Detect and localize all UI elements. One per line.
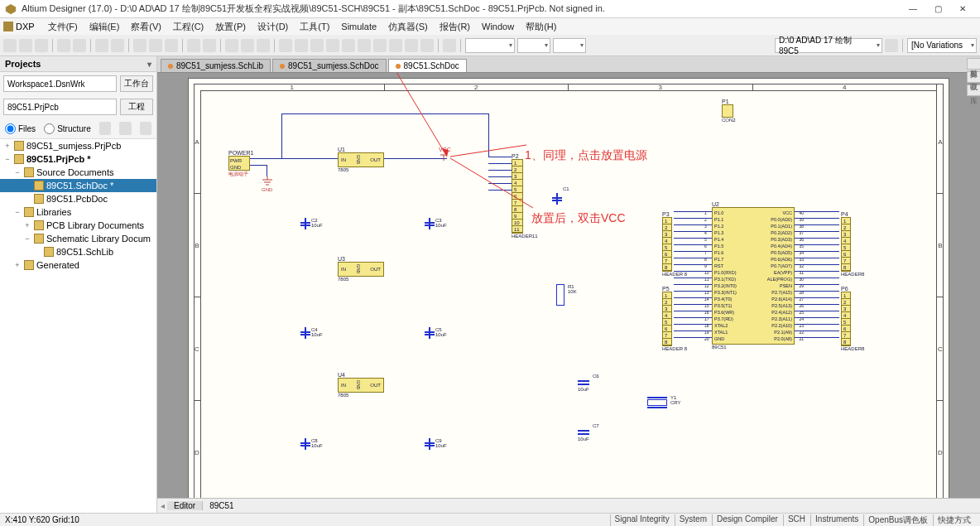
p6[interactable]: P6 12345678 HEADER8 xyxy=(841,286,864,351)
tb-sheet-icon[interactable] xyxy=(373,39,387,52)
c5[interactable]: C510uF xyxy=(429,327,430,339)
tb-cut-icon[interactable] xyxy=(133,39,147,52)
document-tab[interactable]: 89C51_sumjess.SchDoc xyxy=(272,59,387,72)
tb-combo-2[interactable] xyxy=(517,38,550,53)
schematic-viewport[interactable]: 1234 ABCD ABCD POWER1 PWRGND 电源端子 xyxy=(157,73,980,498)
status-item[interactable]: 快捷方式 xyxy=(933,514,975,526)
workspace-button[interactable]: 工作台 xyxy=(120,75,153,92)
files-radio[interactable]: Files xyxy=(5,123,36,134)
menu-report[interactable]: 报告(R) xyxy=(435,19,475,35)
tb-redo-icon[interactable] xyxy=(203,39,216,52)
tb-port-icon[interactable] xyxy=(389,39,402,52)
tb-gnd-icon[interactable] xyxy=(326,39,339,52)
tb-preview-icon[interactable] xyxy=(73,39,86,52)
status-item[interactable]: OpenBus调色板 xyxy=(863,514,932,526)
maximize-button[interactable]: ▢ xyxy=(925,1,950,17)
y1[interactable]: Y1CRY xyxy=(647,397,667,408)
panel-dropdown-icon[interactable]: ▾ xyxy=(147,60,151,69)
project-button[interactable]: 工程 xyxy=(120,99,153,115)
tree-item[interactable]: −Schematic Library Docum xyxy=(0,232,156,245)
tree-item[interactable]: −Source Documents xyxy=(0,166,156,179)
u1[interactable]: U1 INGNDOUT 7805 xyxy=(338,147,384,172)
menu-window[interactable]: Window xyxy=(477,20,519,33)
p5[interactable]: P5 12345678 HEADER 8 xyxy=(662,286,687,351)
project-tree[interactable]: +89C51_sumjess.PrjPcb−89C51.PrjPcb *−Sou… xyxy=(0,139,156,513)
close-button[interactable]: ✕ xyxy=(950,1,975,17)
tree-item[interactable]: −Libraries xyxy=(0,205,156,219)
u2[interactable]: U2 P1.01P1.12P1.23P1.34P1.45P1.56P1.67P1… xyxy=(712,201,795,350)
tb-pathbtn-icon[interactable] xyxy=(885,39,898,52)
document-tab[interactable]: 89C51.SchDoc xyxy=(388,59,467,72)
c9[interactable]: C910uF xyxy=(429,438,430,450)
menu-edit[interactable]: 编辑(E) xyxy=(84,19,125,35)
workspace-combo[interactable] xyxy=(3,75,117,92)
editor-doc[interactable]: 89C51 xyxy=(203,501,240,510)
tree-item[interactable]: +89C51_sumjess.PrjPcb xyxy=(0,139,156,152)
menu-simulate[interactable]: Simulate xyxy=(336,20,382,33)
tb-new-icon[interactable] xyxy=(3,39,17,52)
menu-design[interactable]: 设计(D) xyxy=(252,19,293,35)
tb-align-icon[interactable] xyxy=(257,39,270,52)
refresh-icon[interactable] xyxy=(99,122,111,135)
tree-item[interactable]: 89C51.SchLib xyxy=(0,245,156,258)
tb-part-icon[interactable] xyxy=(358,39,371,52)
tb-copy-icon[interactable] xyxy=(149,39,162,52)
tb-wire-icon[interactable] xyxy=(279,39,292,52)
folder-icon[interactable] xyxy=(119,122,131,135)
tree-item[interactable]: 89C51.SchDoc * xyxy=(0,179,156,192)
menu-place[interactable]: 放置(P) xyxy=(210,19,251,35)
status-item[interactable]: Instruments xyxy=(810,514,862,526)
tb-net-icon[interactable] xyxy=(310,39,324,52)
tb-zoomfit-icon[interactable] xyxy=(111,39,124,52)
tree-item[interactable]: 89C51.PcbDoc xyxy=(0,192,156,205)
tree-item[interactable]: +Generated xyxy=(0,258,156,272)
tree-item[interactable]: −89C51.PrjPcb * xyxy=(0,152,156,166)
tb-noerc-icon[interactable] xyxy=(405,39,418,52)
status-item[interactable]: Signal Integrity xyxy=(610,514,674,526)
editor-tab[interactable]: Editor xyxy=(167,501,203,510)
gnd-symbol[interactable]: GND xyxy=(262,176,273,192)
menu-project[interactable]: 工程(C) xyxy=(168,19,209,35)
tb-combo-3[interactable] xyxy=(553,38,586,53)
menu-help[interactable]: 帮助(H) xyxy=(521,19,561,35)
minimize-button[interactable]: — xyxy=(901,1,925,17)
c2[interactable]: C210uF xyxy=(305,218,306,229)
tb-open-icon[interactable] xyxy=(19,39,32,52)
tree-item[interactable]: +PCB Library Documents xyxy=(0,219,156,232)
side-favorites[interactable]: 收藏 xyxy=(967,71,980,83)
vcc-symbol[interactable]: VCC xyxy=(439,147,451,162)
tb-path-combo[interactable]: D:\0 AD\AD 17 绘制89C5 xyxy=(775,38,882,53)
tb-move-icon[interactable] xyxy=(241,39,254,52)
tb-variations-combo[interactable]: [No Variations xyxy=(907,38,977,53)
side-clipboard[interactable]: 剪贴板 xyxy=(967,58,980,70)
tb-combo-1[interactable] xyxy=(465,38,515,53)
tb-power-icon[interactable] xyxy=(342,39,355,52)
tb-save-icon[interactable] xyxy=(35,39,48,52)
u4[interactable]: U4 INGNDOUT 7805 xyxy=(338,372,384,398)
menu-file[interactable]: 文件(F) xyxy=(43,19,83,35)
tb-paste-icon[interactable] xyxy=(165,39,178,52)
tb-cross-icon[interactable] xyxy=(420,39,434,52)
side-library[interactable]: 库 xyxy=(967,84,980,96)
tb-undo-icon[interactable] xyxy=(187,39,200,52)
c6[interactable]: C610uF xyxy=(578,380,589,392)
document-tab[interactable]: 89C51_sumjess.SchLib xyxy=(161,59,271,72)
status-item[interactable]: System xyxy=(675,514,711,526)
search-icon[interactable] xyxy=(140,122,151,135)
c1[interactable]: C1 xyxy=(556,193,558,205)
tb-print-icon[interactable] xyxy=(57,39,70,52)
project-field[interactable] xyxy=(3,99,117,115)
tb-pen-icon[interactable] xyxy=(443,39,456,52)
u3[interactable]: U3 INGNDOUT 7805 xyxy=(338,256,384,282)
tb-zoom-icon[interactable] xyxy=(95,39,108,52)
tb-bus-icon[interactable] xyxy=(295,39,308,52)
menu-tools[interactable]: 工具(T) xyxy=(295,19,334,35)
p4[interactable]: P4 12345678 HEADER8 xyxy=(841,211,864,277)
c8[interactable]: C810uF xyxy=(305,438,306,450)
p1[interactable]: P1 CON2 xyxy=(722,99,736,123)
power1-body[interactable]: PWRGND xyxy=(228,156,250,171)
status-item[interactable]: Design Compiler xyxy=(712,514,782,526)
c3[interactable]: C310uF xyxy=(429,218,430,229)
c7[interactable]: C710uF xyxy=(578,430,589,442)
status-item[interactable]: SCH xyxy=(783,514,809,526)
